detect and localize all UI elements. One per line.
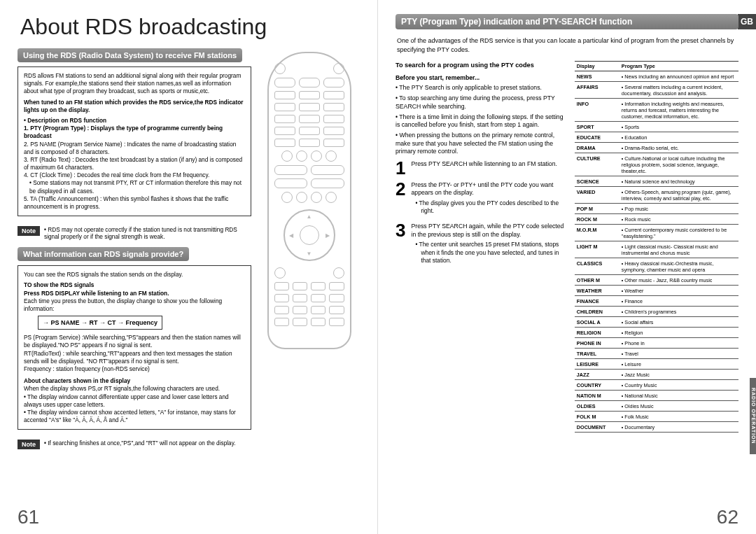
pty-key: DRAMA <box>575 143 620 153</box>
pty-value: • Travel <box>620 349 738 359</box>
before-b2: • To stop searching any time during the … <box>396 94 568 111</box>
pty-value: • National Music <box>620 391 738 401</box>
pty-key: PHONE IN <box>575 338 620 349</box>
step-3: 3 Press PTY SEARCH again, while the PTY … <box>396 223 568 268</box>
pty-key: LEISURE <box>575 359 620 370</box>
pty-value: • Jazz Music <box>620 370 738 380</box>
box2-heading1: TO show the RDS signals <box>24 281 245 289</box>
table-row: TRAVEL• Travel <box>575 349 738 359</box>
pty-value: • Rock music <box>620 214 738 225</box>
pty-key: NATION M <box>575 391 620 401</box>
pty-intro: One of the advantages of the RDS service… <box>397 36 737 54</box>
table-row: WEATHER• Weather <box>575 286 738 296</box>
pty-key: SPORT <box>575 122 620 132</box>
pty-value: • Others-Speech, amusing program (quiz, … <box>620 187 738 204</box>
rds-d2: 2. PS NAME (Program Service Name) : Indi… <box>24 141 245 156</box>
pty-value: • Social affairs <box>620 317 738 328</box>
step-3-num: 3 <box>396 223 405 239</box>
pty-key: CULTURE <box>575 153 620 176</box>
table-row: VARIED• Others-Speech, amusing program (… <box>575 187 738 204</box>
before-heading: Before you start, remember... <box>396 74 568 83</box>
pty-th-type: Program Type <box>620 62 738 71</box>
page-right: PTY (Program Type) indication and PTY-SE… <box>378 0 756 534</box>
table-row: LIGHT M• Light classical music- Classica… <box>575 241 738 258</box>
table-row: SCIENCE• Natural science and technology <box>575 176 738 187</box>
pty-value: • Drama-Radio serial, etc. <box>620 143 738 153</box>
rds-d4: 4. CT (Clock Time) : Decodes the real ti… <box>24 171 245 179</box>
note-tag-1: Note <box>18 226 40 236</box>
box2-heading2: About characters shown in the display <box>24 377 245 385</box>
pty-value: • Information including weights and meas… <box>620 99 738 122</box>
pty-value: • Children's programmes <box>620 307 738 317</box>
table-row: COUNTRY• Country Music <box>575 380 738 391</box>
pty-key: CHILDREN <box>575 307 620 317</box>
pty-value: • News including an announced opinion an… <box>620 71 738 82</box>
table-row: LEISURE• Leisure <box>575 359 738 370</box>
remote-control-illustration: ▲ ▼ ◀ ▶ <box>267 52 351 349</box>
rds-d1: 1. PTY (Program Type) : Displays the typ… <box>24 125 245 140</box>
pty-value: • Natural science and technology <box>620 176 738 187</box>
rds-d4b: • Some stations may not transmit PTY, RT… <box>29 179 245 195</box>
table-row: SOCIAL A• Social affairs <box>575 317 738 328</box>
pty-value: • Education <box>620 132 738 143</box>
box-rds-desc: RDS allows FM stations to send an additi… <box>18 66 251 216</box>
before-b1: • The PTY Search is only applicable to p… <box>396 84 568 92</box>
table-row: FINANCE• Finance <box>575 296 738 307</box>
table-row: DOCUMENT• Documentary <box>575 422 738 433</box>
main-title: About RDS broadcasting <box>20 14 360 40</box>
pty-value: • Sports <box>620 122 738 132</box>
table-row: EDUCATE• Education <box>575 132 738 143</box>
section-pty: PTY (Program Type) indication and PTY-SE… <box>396 14 738 29</box>
pty-key: OLDIES <box>575 401 620 412</box>
pty-value: • Heavy classical music-Orchestra music,… <box>620 258 738 275</box>
rds-desc-heading: • Description on RDS function <box>24 117 245 125</box>
sequence-box: → PS NAME → RT → CT → Frequency <box>38 316 162 330</box>
pty-table: Display Program Type NEWS• News includin… <box>575 61 738 433</box>
pty-key: SOCIAL A <box>575 317 620 328</box>
pty-key: POP M <box>575 204 620 214</box>
step-2-body: Press the PTY- or PTY+ until the PTY cod… <box>411 181 567 197</box>
table-row: CULTURE• Culture-National or local cultu… <box>575 153 738 176</box>
rds-tuned-line: When tuned to an FM station which provid… <box>24 99 245 114</box>
pty-value: • Oldies Music <box>620 401 738 412</box>
pty-value: • Religion <box>620 328 738 338</box>
box2-line3: Each time you press the button, the disp… <box>24 297 245 313</box>
page-left: About RDS broadcasting Using the RDS (Ra… <box>0 0 378 534</box>
pty-key: INFO <box>575 99 620 122</box>
chars2: • The display window cannot differentiat… <box>24 393 245 409</box>
pty-value: • Finance <box>620 296 738 307</box>
step-1-num: 1 <box>396 160 405 176</box>
pty-value: • Country Music <box>620 380 738 391</box>
pty-key: DOCUMENT <box>575 422 620 433</box>
pty-key: AFFAIRS <box>575 82 620 99</box>
pty-value: • Other music - Jazz, R&B country music <box>620 275 738 286</box>
pty-value: • Culture-National or local culture incl… <box>620 153 738 176</box>
pty-key: WEATHER <box>575 286 620 296</box>
step-1: 1 Press PTY SEARCH while listenning to a… <box>396 160 568 176</box>
box2-line1: You can see the RDS signals the station … <box>24 271 245 279</box>
pty-value: • Folk Music <box>620 412 738 422</box>
ps-desc: PS (Program Service) :While searching,"P… <box>24 334 245 349</box>
chars3: • The display window cannot show accente… <box>24 409 245 424</box>
chars1: When the display shows PS,or RT signals,… <box>24 385 245 393</box>
pty-value: • Current contemporary music considered … <box>620 225 738 241</box>
table-row: OLDIES• Oldies Music <box>575 401 738 412</box>
step-3-sub: • The center unit searches 15 preset FM … <box>421 241 567 265</box>
before-b3: • There is a time limit in doing the fol… <box>396 113 568 129</box>
table-row: NEWS• News including an announced opinio… <box>575 71 738 82</box>
pty-key: FINANCE <box>575 296 620 307</box>
table-row: NATION M• National Music <box>575 391 738 401</box>
rds-d5: 5. TA (Traffic Announcement) : When this… <box>24 195 245 211</box>
pty-key: COUNTRY <box>575 380 620 391</box>
step-1-body: Press PTY SEARCH while listenning to an … <box>411 160 567 169</box>
step-2: 2 Press the PTY- or PTY+ until the PTY c… <box>396 181 568 218</box>
pty-value: • Documentary <box>620 422 738 433</box>
pty-key: EDUCATE <box>575 132 620 143</box>
side-tab: RADIO OPERATION <box>750 378 756 454</box>
table-row: OTHER M• Other music - Jazz, R&B country… <box>575 275 738 286</box>
table-row: RELIGION• Religion <box>575 328 738 338</box>
note-row-1: Note • RDS may not operate correctly if … <box>18 226 251 240</box>
section-using-rds: Using the RDS (Radio Data System) to rec… <box>18 48 242 62</box>
table-row: INFO• Information including weights and … <box>575 99 738 122</box>
page-number-right: 62 <box>717 506 738 528</box>
